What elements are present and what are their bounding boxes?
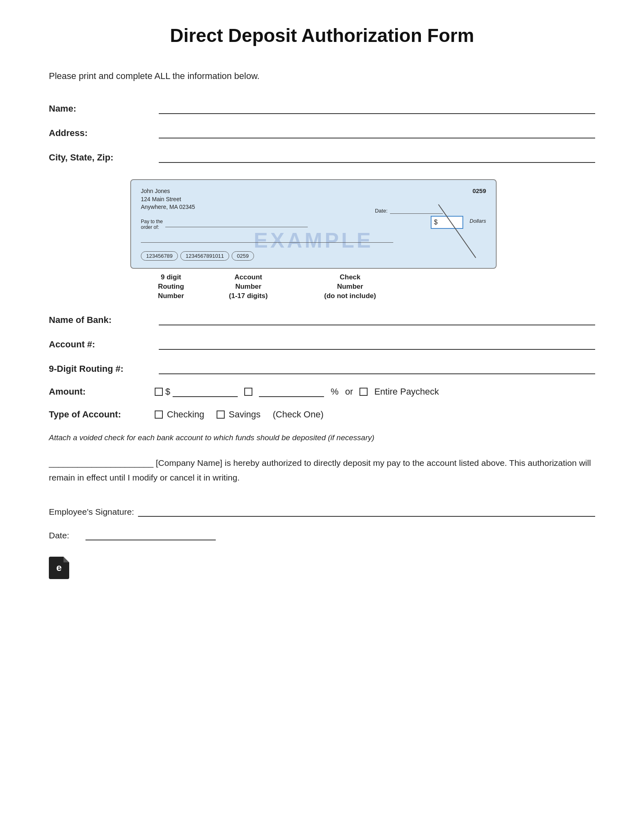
logo-letter: e: [56, 562, 61, 573]
amount-percent-sign: %: [331, 386, 339, 397]
name-label: Name:: [49, 103, 155, 114]
type-label: Type of Account:: [49, 409, 155, 420]
check-routing-oval: 123456789: [141, 251, 178, 261]
check-legend: 9 digit Routing Number Account Number (1…: [130, 273, 497, 301]
bank-name-input-line[interactable]: [159, 313, 595, 325]
intro-text: Please print and complete ALL the inform…: [49, 71, 595, 81]
amount-dollar-option: $: [155, 386, 238, 397]
amount-dollar-sign: $: [165, 386, 170, 397]
type-checking-option: Checking: [155, 409, 204, 420]
type-options: Checking Savings (Check One): [155, 409, 324, 420]
bank-fields-section: Name of Bank: Account #: 9-Digit Routing…: [49, 313, 595, 420]
amount-options: $ % or Entire Paycheck: [155, 386, 439, 397]
amount-percent-input[interactable]: [259, 386, 324, 397]
amount-entire-checkbox[interactable]: [359, 388, 368, 396]
check-date-label: Date:: [375, 208, 388, 214]
legend-account-line3: (1-17 digits): [229, 292, 267, 300]
name-input-line[interactable]: [159, 102, 595, 114]
check-account-oval: 1234567891011: [180, 251, 229, 261]
legend-check-line3: (do not include): [324, 292, 376, 300]
address-input-line[interactable]: [159, 126, 595, 138]
logo-icon: e: [49, 557, 69, 579]
address-field-row: Address:: [49, 126, 595, 138]
type-savings-label: Savings: [229, 409, 261, 420]
routing-field-row: 9-Digit Routing #:: [49, 362, 595, 374]
signature-row: Employee's Signature:: [49, 505, 595, 517]
check-street: 124 Main Street: [141, 196, 181, 202]
legend-account: Account Number (1-17 digits): [204, 273, 293, 301]
check-amount-line: [141, 237, 393, 243]
check-diagonal-line: [438, 204, 476, 258]
page-title: Direct Deposit Authorization Form: [49, 24, 595, 46]
type-savings-checkbox[interactable]: [217, 410, 225, 419]
legend-routing-line3: Number: [158, 292, 184, 300]
amount-row: Amount: $ % or Entire Paycheck: [49, 386, 595, 397]
city-state-zip-field-row: City, State, Zip:: [49, 151, 595, 163]
check-name-address: John Jones 124 Main Street Anywhere, MA …: [141, 187, 195, 211]
amount-or-text: or: [345, 386, 353, 397]
check-number-top: 0259: [473, 187, 486, 194]
date-row: Date:: [49, 529, 595, 540]
check-payto-line: Pay to theorder of:: [141, 219, 308, 230]
type-checking-label: Checking: [167, 409, 204, 420]
check-image: John Jones 124 Main Street Anywhere, MA …: [130, 179, 497, 269]
bank-name-field-row: Name of Bank:: [49, 313, 595, 325]
check-dollar-sign: $: [434, 219, 438, 226]
amount-percent-checkbox[interactable]: [244, 388, 252, 396]
italic-note: Attach a voided check for each bank acco…: [49, 432, 595, 444]
type-row: Type of Account: Checking Savings (Check…: [49, 409, 595, 420]
check-date-line: Date:: [375, 208, 443, 214]
city-state-zip-label: City, State, Zip:: [49, 152, 155, 163]
amount-dollar-checkbox[interactable]: [155, 388, 163, 396]
amount-label: Amount:: [49, 386, 155, 397]
account-field-row: Account #:: [49, 338, 595, 350]
legend-account-line2: Number: [235, 283, 261, 290]
check-diagram-section: John Jones 124 Main Street Anywhere, MA …: [130, 179, 497, 301]
authorization-text: ______________________ [Company Name] is…: [49, 456, 595, 485]
legend-routing: 9 digit Routing Number: [138, 273, 204, 301]
check-dollars-label: Dollars: [470, 218, 486, 224]
name-field-row: Name:: [49, 102, 595, 114]
type-savings-option: Savings: [217, 409, 261, 420]
check-bottom-numbers: 123456789 1234567891011 0259: [141, 251, 254, 261]
account-input-line[interactable]: [159, 338, 595, 350]
legend-check-line1: Check: [340, 273, 360, 281]
legend-routing-line2: Routing: [158, 283, 184, 290]
amount-dollar-input[interactable]: [173, 386, 238, 397]
legend-check-line2: Number: [337, 283, 363, 290]
check-payto-label: Pay to theorder of:: [141, 219, 163, 230]
address-label: Address:: [49, 128, 155, 138]
date-input-line[interactable]: [85, 529, 216, 540]
legend-check-number: Check Number (do not include): [293, 273, 407, 301]
legend-routing-line1: 9 digit: [161, 273, 181, 281]
check-name: John Jones: [141, 188, 170, 194]
amount-entire-label: Entire Paycheck: [374, 386, 439, 397]
account-label: Account #:: [49, 339, 155, 350]
type-check-one-label: (Check One): [273, 409, 324, 420]
city-state-zip-input-line[interactable]: [159, 151, 595, 163]
legend-account-line1: Account: [234, 273, 262, 281]
date-label: Date:: [49, 531, 81, 540]
check-checknum-oval: 0259: [232, 251, 254, 261]
check-date-underline: [390, 208, 443, 214]
signature-input-line[interactable]: [138, 505, 595, 517]
check-payto-underline: [165, 222, 308, 227]
routing-input-line[interactable]: [159, 362, 595, 374]
bank-name-label: Name of Bank:: [49, 315, 155, 325]
routing-label: 9-Digit Routing #:: [49, 364, 155, 374]
type-checking-checkbox[interactable]: [155, 410, 163, 419]
check-city: Anywhere, MA 02345: [141, 204, 195, 210]
signature-label: Employee's Signature:: [49, 507, 134, 517]
